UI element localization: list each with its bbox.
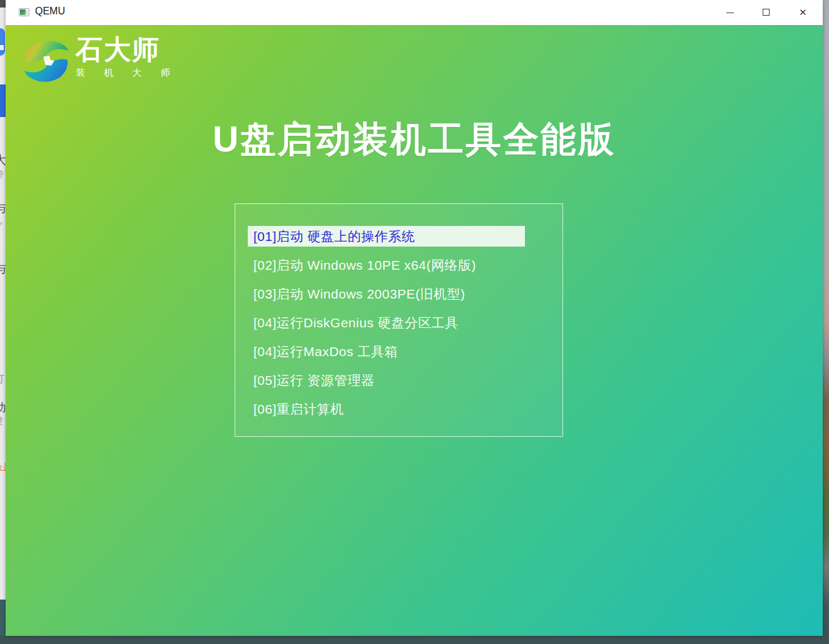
close-button[interactable]: ✕ [790, 0, 818, 25]
clipped-text-fragment: 大 [0, 152, 6, 168]
background-taskbar-fragment [0, 600, 6, 636]
clipped-text-fragment: 进 [0, 416, 3, 427]
clipped-text-fragment: 与 [0, 261, 6, 277]
clipped-text-fragment: マ [0, 220, 3, 231]
maximize-button[interactable] [752, 0, 781, 25]
window-title: QEMU [35, 6, 65, 17]
menu-item[interactable]: [06]重启计算机 [248, 399, 550, 419]
menu-item[interactable]: [05]运行 资源管理器 [248, 370, 550, 391]
background-window-blue-button-fragment [0, 84, 6, 117]
clipped-text-fragment: 带 [0, 169, 4, 181]
clipped-text-fragment: 可 [0, 373, 4, 386]
qemu-app-icon [19, 8, 29, 16]
clipped-text-fragment: 与 [0, 200, 6, 217]
minimize-icon [726, 13, 734, 13]
clipped-text-fragment: 会员 [0, 461, 6, 473]
boot-menu-list: [01]启动 硬盘上的操作系统[02]启动 Windows 10PE x64(网… [248, 226, 550, 427]
menu-item-selected[interactable]: [01]启动 硬盘上的操作系统 [248, 226, 525, 247]
clipped-text-fragment: 动 [0, 400, 6, 415]
titlebar[interactable]: QEMU ✕ [6, 0, 823, 25]
qemu-window: QEMU ✕ [6, 0, 823, 636]
background-window-blue-icon-detail [0, 45, 4, 50]
menu-item[interactable]: [04]运行MaxDos 工具箱 [248, 341, 550, 362]
minimize-button[interactable] [716, 0, 745, 25]
qemu-app-icon-screen [20, 9, 26, 15]
background-window-blue-icon-fragment [0, 28, 5, 56]
background-window-strip: 大带与マ与可动进会员o [0, 0, 6, 636]
desktop-wallpaper-strip [822, 0, 829, 644]
background-window-topbar-fragment [0, 0, 6, 8]
close-icon: ✕ [799, 6, 807, 19]
menu-item[interactable]: [04]运行DiskGenius 硬盘分区工具 [248, 312, 550, 333]
brand-logo-icon [21, 36, 72, 86]
maximize-icon [763, 9, 770, 16]
page-title: U盘启动装机工具全能版 [6, 116, 823, 164]
brand-logo: 石大师 装 机 大 师 [21, 34, 208, 94]
qemu-app-icon-slot [26, 10, 28, 14]
boot-menu-box: [01]启动 硬盘上的操作系统[02]启动 Windows 10PE x64(网… [235, 203, 563, 437]
menu-item[interactable]: [02]启动 Windows 10PE x64(网络版) [248, 255, 550, 275]
menu-item[interactable]: [03]启动 Windows 2003PE(旧机型) [248, 284, 550, 304]
brand-name: 石大师 [76, 34, 178, 64]
brand-tagline: 装 机 大 师 [76, 67, 178, 79]
vm-display[interactable]: 石大师 装 机 大 师 U盘启动装机工具全能版 [01]启动 硬盘上的操作系统[… [6, 25, 823, 636]
